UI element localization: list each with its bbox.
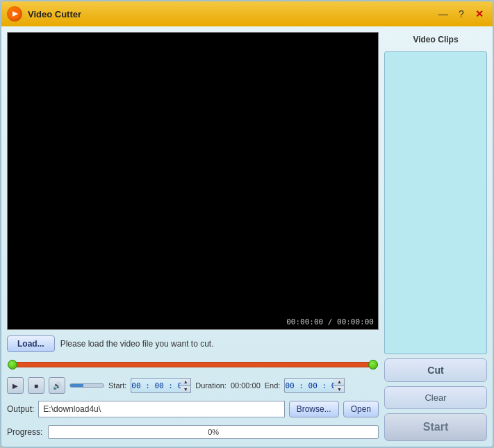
volume-slider[interactable] <box>69 383 104 388</box>
open-button[interactable]: Open <box>343 401 379 417</box>
video-player: 00:00:00 / 00:00:00 <box>7 32 379 330</box>
close-button[interactable]: ✕ <box>472 6 487 22</box>
progress-label: Progress: <box>7 427 42 437</box>
right-buttons: Cut Clear Start <box>384 358 487 441</box>
stop-icon: ■ <box>34 382 38 390</box>
end-time-field[interactable] <box>284 378 334 393</box>
minimize-button[interactable]: — <box>436 6 451 22</box>
window-controls: — ? ✕ <box>436 6 487 22</box>
trim-slider-left-handle[interactable] <box>8 360 17 370</box>
start-time-input[interactable]: ▲ ▼ <box>131 378 191 393</box>
volume-icon: 🔊 <box>53 382 61 390</box>
clear-button[interactable]: Clear <box>384 386 487 409</box>
duration-value: 00:00:00 <box>231 381 261 390</box>
end-time-spinner: ▲ ▼ <box>334 378 345 393</box>
window-title: Video Cutter <box>28 9 430 19</box>
duration-label: Duration: <box>195 381 227 390</box>
right-panel: Video Clips Cut Clear Start <box>384 32 487 441</box>
load-hint-text: Please load the video file you want to c… <box>60 339 214 349</box>
help-button[interactable]: ? <box>454 6 469 22</box>
progress-row: Progress: 0% <box>7 423 379 441</box>
trim-slider-right-handle[interactable] <box>368 360 378 370</box>
title-bar: Video Cutter — ? ✕ <box>1 1 493 26</box>
volume-button[interactable]: 🔊 <box>49 377 65 394</box>
clips-label: Video Clips <box>384 32 487 47</box>
video-timestamp: 00:00:00 / 00:00:00 <box>286 317 374 326</box>
transport-controls-row: ▶ ■ 🔊 Start: ▲ ▼ Duration: <box>7 376 379 395</box>
output-label: Output: <box>7 404 34 414</box>
trim-slider-track[interactable] <box>13 362 373 367</box>
end-time-down[interactable]: ▼ <box>334 386 344 393</box>
start-time-field[interactable] <box>131 378 181 393</box>
start-time-up[interactable]: ▲ <box>181 379 190 386</box>
progress-bar: 0% <box>48 425 379 439</box>
cut-button[interactable]: Cut <box>384 358 487 382</box>
app-icon <box>7 6 22 22</box>
end-time-input[interactable]: ▲ ▼ <box>284 378 345 393</box>
browse-button[interactable]: Browse... <box>289 401 339 417</box>
start-time-spinner: ▲ ▼ <box>181 378 191 393</box>
output-row: Output: Browse... Open <box>7 399 379 419</box>
trim-slider-row <box>7 358 379 372</box>
start-label: Start: <box>108 381 126 390</box>
load-button[interactable]: Load... <box>7 335 55 352</box>
output-path-field[interactable] <box>38 401 284 417</box>
end-time-up[interactable]: ▲ <box>334 379 344 386</box>
stop-button[interactable]: ■ <box>28 377 44 394</box>
start-button[interactable]: Start <box>384 413 487 441</box>
start-time-down[interactable]: ▼ <box>181 386 190 393</box>
main-window: Video Cutter — ? ✕ 00:00:00 / 00:00:00 L… <box>0 0 494 448</box>
end-label: End: <box>265 381 281 390</box>
left-panel: 00:00:00 / 00:00:00 Load... Please load … <box>7 32 379 441</box>
video-clips-list <box>384 51 487 354</box>
load-row: Load... Please load the video file you w… <box>7 334 379 354</box>
play-icon: ▶ <box>13 382 18 390</box>
play-button[interactable]: ▶ <box>7 377 24 394</box>
progress-value: 0% <box>208 428 219 436</box>
main-content: 00:00:00 / 00:00:00 Load... Please load … <box>1 26 493 447</box>
